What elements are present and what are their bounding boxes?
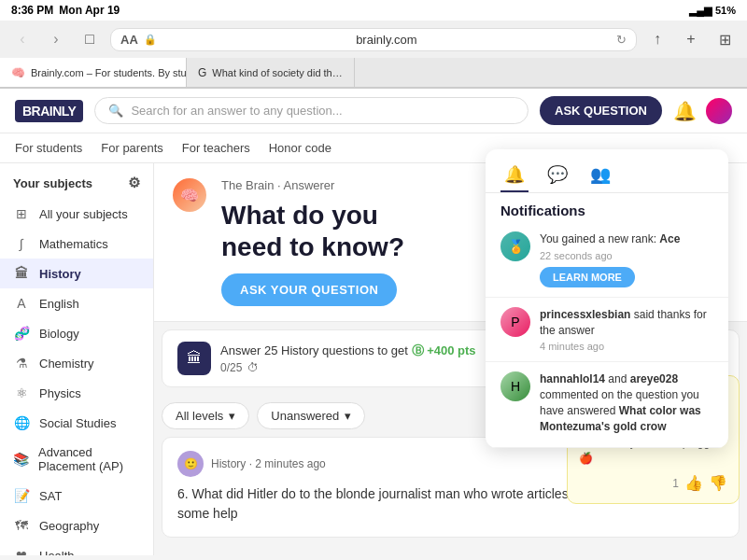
sidebar-item-health[interactable]: ❤ Health <box>0 540 153 555</box>
rank-notification-time: 22 seconds ago <box>540 250 713 261</box>
all-subjects-icon: ⊞ <box>13 206 30 221</box>
sidebar-item-physics[interactable]: ⚛ Physics <box>0 378 153 408</box>
question-subject: History <box>211 457 246 470</box>
fun-fact-actions: 1 👍 👎 <box>579 474 727 492</box>
bookmark-button[interactable]: □ <box>77 26 103 52</box>
sidebar-label-geography: Geography <box>39 519 99 533</box>
search-placeholder: Search for an answer to any question... <box>131 104 342 118</box>
notifications-bell-icon[interactable]: 🔔 <box>673 100 697 122</box>
browser-toolbar: ‹ › □ AA 🔒 brainly.com ↻ ↑ + ⊞ <box>0 21 747 58</box>
status-right: ▂▄▆ 51% <box>689 5 736 17</box>
chemistry-icon: ⚗ <box>13 356 30 371</box>
brainly-logo[interactable]: BRAINLY <box>15 100 83 122</box>
notification-comment[interactable]: H hannahlol14 and areye028 commented on … <box>486 362 728 447</box>
notification-rank[interactable]: 🏅 You gained a new rank: Ace 22 seconds … <box>486 222 728 298</box>
notification-tabs: 🔔 💬 👥 <box>486 149 728 193</box>
date-display: Mon Apr 19 <box>59 4 120 17</box>
add-tab-button[interactable]: + <box>678 26 704 52</box>
brainly-favicon: 🧠 <box>11 66 25 79</box>
all-levels-filter[interactable]: All levels ▾ <box>162 402 249 429</box>
unanswered-filter[interactable]: Unanswered ▾ <box>257 402 365 429</box>
aa-text: AA <box>120 33 138 47</box>
nav-for-students[interactable]: For students <box>15 141 82 155</box>
comment-notification-avatar: H <box>500 371 530 401</box>
google-favicon: G <box>198 66 206 79</box>
rank-notification-body: You gained a new rank: Ace 22 seconds ag… <box>540 231 713 287</box>
ask-question-button[interactable]: ASK QUESTION <box>540 96 662 125</box>
comment-notification-text: hannahlol14 and areye028 commented on th… <box>540 371 713 434</box>
fun-fact-dislike-icon[interactable]: 👎 <box>709 474 727 492</box>
nav-for-teachers[interactable]: For teachers <box>182 141 250 155</box>
sidebar-item-mathematics[interactable]: ∫ Mathematics <box>0 229 153 259</box>
physics-icon: ⚛ <box>13 385 30 400</box>
sidebar-label-all-subjects: All your subjects <box>39 207 128 221</box>
sidebar: Your subjects ⚙ ⊞ All your subjects ∫ Ma… <box>0 163 154 555</box>
sidebar-item-advanced-placement[interactable]: 📚 Advanced Placement (AP) <box>0 438 153 481</box>
url-text: brainly.com <box>162 33 611 47</box>
thanks-notification-time: 4 minutes ago <box>540 341 713 352</box>
quest-points: +400 pts <box>427 343 475 357</box>
sidebar-label-physics: Physics <box>39 386 81 400</box>
user-avatar[interactable] <box>706 98 732 124</box>
sidebar-item-english[interactable]: A English <box>0 288 153 318</box>
tabs-button[interactable]: ⊞ <box>712 26 738 52</box>
question-source: 🙂 History · 2 minutes ago <box>177 451 326 477</box>
time-display: 8:36 PM <box>11 4 53 17</box>
forward-button[interactable]: › <box>43 26 69 52</box>
unanswered-chevron: ▾ <box>345 409 351 423</box>
hero-title-line2: need to know? <box>221 232 404 261</box>
logo-text: BRAINLY <box>22 104 76 119</box>
sidebar-label-health: Health <box>39 549 75 556</box>
browser-tabs: 🧠 Brainly.com – For students. By student… <box>0 58 747 88</box>
ask-your-question-button[interactable]: ASK YOUR QUESTION <box>221 273 397 306</box>
geography-icon: 🗺 <box>13 518 30 533</box>
sidebar-item-sat[interactable]: 📝 SAT <box>0 481 153 511</box>
header-icons: 🔔 <box>673 98 732 124</box>
status-left: 8:36 PM Mon Apr 19 <box>11 4 120 17</box>
sidebar-label-biology: Biology <box>39 327 79 341</box>
sidebar-item-social-studies[interactable]: 🌐 Social Studies <box>0 408 153 438</box>
notification-thanks[interactable]: P princessxlesbian said thanks for the a… <box>486 298 728 363</box>
comment-and: and <box>608 372 629 385</box>
sidebar-title: Your subjects <box>13 176 92 190</box>
notif-tab-chat[interactable]: 💬 <box>543 159 571 192</box>
sidebar-label-mathematics: Mathematics <box>39 237 108 251</box>
all-levels-chevron: ▾ <box>229 409 235 423</box>
notif-tab-people[interactable]: 👥 <box>586 159 614 192</box>
sidebar-item-biology[interactable]: 🧬 Biology <box>0 318 153 348</box>
sidebar-gear-icon[interactable]: ⚙ <box>128 175 140 191</box>
unanswered-label: Unanswered <box>271 409 339 423</box>
hero-avatar: 🧠 <box>173 178 206 212</box>
address-bar[interactable]: AA 🔒 brainly.com ↻ <box>110 28 637 51</box>
quest-icon-b: Ⓑ <box>412 343 428 357</box>
comment-notification-body: hannahlol14 and areye028 commented on th… <box>540 371 713 437</box>
sidebar-item-history[interactable]: 🏛 History <box>0 259 153 288</box>
quest-timer-icon: ⏱ <box>247 361 259 374</box>
battery-display: 51% <box>715 5 736 16</box>
sidebar-label-chemistry: Chemistry <box>39 357 94 371</box>
nav-for-parents[interactable]: For parents <box>101 141 162 155</box>
browser-chrome: ‹ › □ AA 🔒 brainly.com ↻ ↑ + ⊞ 🧠 Brainly… <box>0 21 747 89</box>
sidebar-item-geography[interactable]: 🗺 Geography <box>0 511 153 540</box>
question-poster-avatar: 🙂 <box>177 451 204 477</box>
nav-honor-code[interactable]: Honor code <box>269 141 331 155</box>
thanks-notification-avatar: P <box>500 307 530 337</box>
brainly-header: BRAINLY 🔍 Search for an answer to any qu… <box>0 89 747 133</box>
social-studies-icon: 🌐 <box>13 415 30 430</box>
tab-brainly[interactable]: 🧠 Brainly.com – For students. By student… <box>0 58 187 87</box>
fun-fact-like-icon[interactable]: 👍 <box>684 474 703 492</box>
learn-more-button[interactable]: LEARN MORE <box>540 267 635 287</box>
back-button[interactable]: ‹ <box>9 26 35 52</box>
fun-fact-like-count: 1 <box>672 477 679 490</box>
share-button[interactable]: ↑ <box>644 26 670 52</box>
tab1-label: Brainly.com – For students. By students. <box>31 67 187 78</box>
search-bar[interactable]: 🔍 Search for an answer to any question..… <box>94 97 529 124</box>
refresh-icon[interactable]: ↻ <box>616 33 627 47</box>
wifi-icon: ▂▄▆ <box>689 5 712 17</box>
tab-google[interactable]: G What kind of society did the Inuit cre… <box>187 58 355 87</box>
tab2-label: What kind of society did the Inuit creat… <box>212 67 343 78</box>
sidebar-label-english: English <box>39 297 79 311</box>
sidebar-item-chemistry[interactable]: ⚗ Chemistry <box>0 348 153 378</box>
sidebar-item-all-subjects[interactable]: ⊞ All your subjects <box>0 199 153 229</box>
notif-tab-bell[interactable]: 🔔 <box>500 159 529 192</box>
